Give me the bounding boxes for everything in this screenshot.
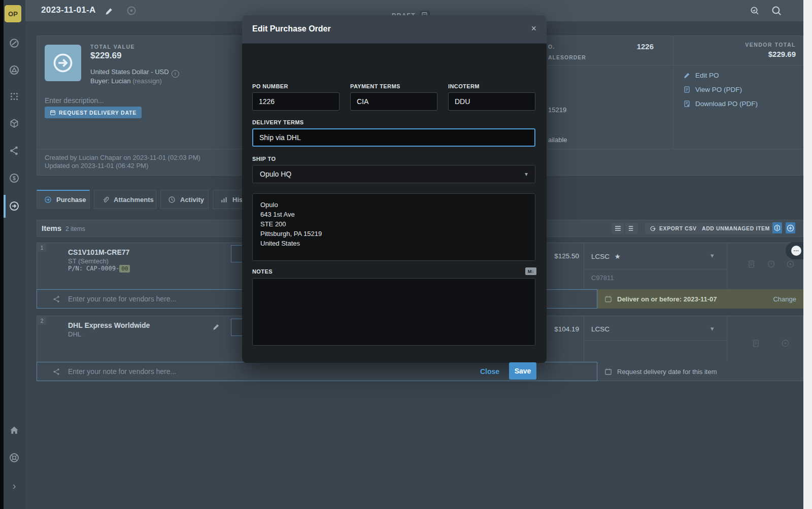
sidebar-item-triangle[interactable] xyxy=(9,64,20,76)
document-download-icon xyxy=(683,100,691,108)
cell-divider xyxy=(584,269,727,269)
close-icon[interactable]: × xyxy=(531,23,536,34)
add-item-button[interactable] xyxy=(786,222,795,233)
hex-arrows-icon xyxy=(774,224,781,232)
share-icon xyxy=(9,145,20,156)
document-icon[interactable] xyxy=(747,260,756,268)
sidebar-item-inventory[interactable] xyxy=(9,118,20,129)
item-2-request-delivery-row[interactable]: Request delivery date for this item xyxy=(597,362,803,381)
tab-attachments[interactable]: Attachments xyxy=(94,190,156,209)
share-icon xyxy=(52,367,61,376)
home-icon xyxy=(9,424,20,435)
app-logo[interactable]: OP xyxy=(5,5,21,22)
svg-text:$: $ xyxy=(13,176,16,181)
list-view-dense-button[interactable] xyxy=(612,223,624,234)
export-csv-button[interactable]: EXPORT CSV xyxy=(645,223,701,234)
item-1-manufacturer: ST (Semtech) xyxy=(68,257,109,265)
share-icon xyxy=(52,295,61,303)
pencil-icon xyxy=(105,7,114,16)
notes-textarea[interactable] xyxy=(252,278,535,346)
item-1-vendor-select[interactable]: LCSC ★ xyxy=(591,252,621,260)
shield-icon[interactable] xyxy=(767,260,775,268)
incoterm-input[interactable] xyxy=(448,92,535,111)
delivery-terms-input[interactable] xyxy=(252,128,535,147)
ship-to-value: Opulo HQ xyxy=(260,170,291,178)
pencil-icon xyxy=(683,72,691,79)
sidebar-item-purchase-orders[interactable] xyxy=(9,200,20,212)
markdown-icon: M↓ xyxy=(525,267,536,275)
sidebar-item-share[interactable] xyxy=(9,145,20,156)
sidebar-active-indicator xyxy=(4,195,6,218)
triangle-circle-icon xyxy=(9,64,20,76)
dollar-circle-icon: $ xyxy=(9,173,20,184)
currency-line: United States Dollar - USDi xyxy=(90,68,179,78)
disc-icon[interactable] xyxy=(781,339,790,348)
item-2-vendor-label: LCSC xyxy=(591,325,610,333)
modal-save-button[interactable]: Save xyxy=(509,362,536,380)
chevron-down-icon: ▾ xyxy=(525,171,528,178)
edit-po-link[interactable]: Edit PO xyxy=(683,72,719,79)
chevron-down-icon[interactable]: ▾ xyxy=(710,252,714,259)
sidebar-collapse-button[interactable]: › xyxy=(9,480,20,491)
tab-purchase[interactable]: Purchase xyxy=(37,190,90,209)
view-po-link[interactable]: View PO (PDF) xyxy=(683,86,742,93)
delivery-terms-label: DELIVERY TERMS xyxy=(252,119,304,125)
request-delivery-date-button[interactable]: REQUEST DELIVERY DATE xyxy=(45,107,142,118)
add-unmanaged-item-label: ADD UNMANAGED ITEM xyxy=(702,225,770,231)
item-2-name: DHL Express Worldwide xyxy=(68,321,150,329)
item-2-vendor-note-field[interactable] xyxy=(67,367,374,376)
download-po-link[interactable]: Download PO (PDF) xyxy=(683,100,758,108)
salesorder-label-fragment: ALESORDER xyxy=(548,54,586,60)
item-1-pn-prefix: P/N: CAP-0009- xyxy=(68,265,119,272)
tab-activity[interactable]: Activity xyxy=(160,190,209,209)
created-line: Created by Lucian Chapar on 2023-11-01 (… xyxy=(45,154,200,161)
item-2-edit-button[interactable] xyxy=(212,322,220,331)
ship-to-select[interactable]: Opulo HQ ▾ xyxy=(252,165,535,183)
window-left-edge xyxy=(0,0,4,509)
item-2-price: $104.19 xyxy=(548,325,579,333)
item-1-vendor-label: LCSC xyxy=(591,253,610,260)
pencil-icon xyxy=(212,323,220,331)
search-button[interactable] xyxy=(771,5,782,16)
item-2-vendor-select[interactable]: LCSC xyxy=(591,325,610,333)
reassign-link[interactable]: (reassign) xyxy=(132,77,162,85)
list-view-comfy-button[interactable] xyxy=(625,223,638,234)
info-icon[interactable]: i xyxy=(172,70,179,78)
bar-chart-icon xyxy=(220,196,228,203)
items-title: Items xyxy=(42,224,61,232)
payment-terms-input[interactable] xyxy=(350,92,437,111)
clock-icon xyxy=(168,196,176,203)
vendor-total-label: VENDOR TOTAL xyxy=(700,42,796,48)
search-history-button[interactable] xyxy=(750,6,760,16)
sidebar-item-home[interactable] xyxy=(9,424,20,435)
address-line: Pittsburgh, PA 15219 xyxy=(260,229,527,239)
sidebar-item-grid[interactable] xyxy=(9,91,20,102)
chevron-down-icon[interactable]: ▾ xyxy=(710,325,714,332)
app-root: OP $ › 2023-11-01-A DRAFT xyxy=(0,0,812,509)
sidebar-item-help[interactable] xyxy=(9,452,20,463)
view-po-label: View PO (PDF) xyxy=(695,86,742,93)
available-fragment: ailable xyxy=(548,136,567,144)
po-number-input[interactable] xyxy=(252,92,340,111)
managed-stock-button[interactable] xyxy=(772,222,782,233)
cell-divider xyxy=(584,340,727,341)
total-value-label: TOTAL VALUE xyxy=(90,44,135,50)
disc-icon[interactable] xyxy=(786,260,795,268)
cell-divider xyxy=(584,316,584,361)
add-unmanaged-item-button[interactable]: ADD UNMANAGED ITEM xyxy=(697,223,774,234)
edit-title-button[interactable] xyxy=(105,6,114,16)
sidebar-item-orbit[interactable] xyxy=(9,38,20,49)
sidebar-item-billing[interactable]: $ xyxy=(9,173,20,184)
arrow-circle-icon xyxy=(44,196,52,203)
watch-toggle-button[interactable] xyxy=(126,6,137,16)
plus-circle-icon xyxy=(787,224,794,232)
po-no-label-fragment: O. xyxy=(548,44,555,50)
edit-po-label: Edit PO xyxy=(695,72,719,79)
description-placeholder[interactable]: Enter description... xyxy=(45,96,104,105)
ship-to-label: SHIP TO xyxy=(252,156,276,162)
document-icon[interactable] xyxy=(752,339,760,348)
widget-handle[interactable]: ··· xyxy=(786,242,803,259)
item-1-change-link[interactable]: Change xyxy=(773,295,796,303)
search-history-icon xyxy=(750,6,760,16)
modal-close-button[interactable]: Close xyxy=(480,367,499,376)
